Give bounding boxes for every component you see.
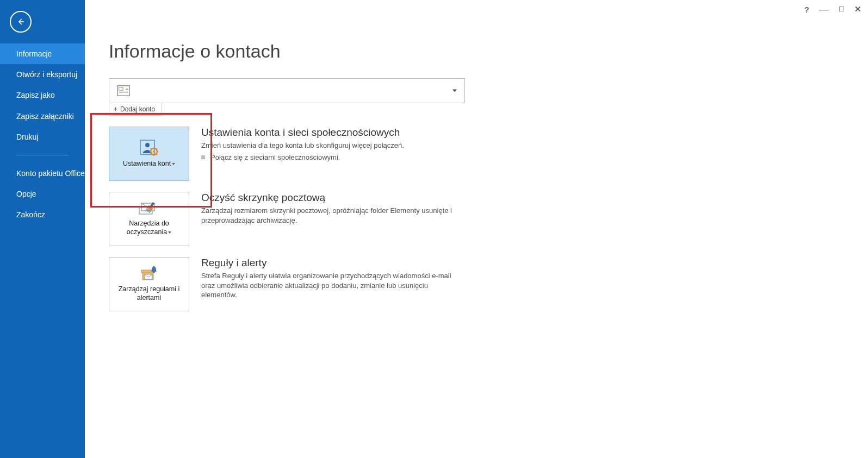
chevron-down-icon (168, 231, 171, 234)
rules-alerts-button[interactable]: Zarządzaj regułami i alertami (109, 257, 189, 311)
sidebar-item-zapisz-zalaczniki[interactable]: Zapisz załączniki (0, 106, 85, 127)
account-card-icon (117, 85, 130, 97)
sidebar-item-label: Opcje (16, 190, 36, 198)
section-heading: Reguły i alerty (201, 257, 462, 269)
close-button[interactable]: ✕ (854, 4, 861, 14)
maximize-button[interactable]: ☐ (839, 5, 845, 13)
svg-point-28 (153, 272, 155, 273)
bullet-text: Połącz się z sieciami społecznościowymi. (210, 153, 340, 161)
svg-rect-0 (19, 21, 24, 22)
sidebar-item-label: Konto pakietu Office (16, 169, 85, 178)
sidebar-item-zakoncz[interactable]: Zakończ (0, 204, 85, 225)
svg-line-15 (151, 154, 152, 155)
sidebar-item-otworz-eksportuj[interactable]: Otwórz i eksportuj (0, 64, 85, 85)
sidebar-item-label: Zakończ (16, 210, 45, 219)
section-rules-alerts: Zarządzaj regułami i alertami Reguły i a… (109, 257, 761, 311)
svg-point-7 (153, 150, 155, 153)
add-account-label: Dodaj konto (120, 105, 155, 113)
sidebar-item-label: Drukuj (16, 133, 38, 141)
svg-line-14 (156, 148, 157, 149)
plus-icon: + (114, 105, 117, 113)
help-button[interactable]: ? (804, 5, 809, 14)
svg-rect-3 (119, 92, 128, 92)
sidebar-divider (16, 155, 69, 155)
chevron-down-icon (452, 90, 457, 92)
minimize-button[interactable]: — (819, 7, 829, 11)
contact-gear-icon (139, 139, 159, 156)
chevron-down-icon (172, 163, 175, 165)
sidebar-item-drukuj[interactable]: Drukuj (0, 127, 85, 147)
svg-point-5 (145, 143, 150, 147)
add-account-button[interactable]: + Dodaj konto (109, 103, 162, 116)
section-desc: Strefa Reguły i alerty ułatwia organizow… (201, 271, 462, 300)
sidebar-item-konto-office[interactable]: Konto pakietu Office (0, 163, 85, 184)
button-label: Ustawienia kont (123, 160, 175, 168)
cleanup-tools-button[interactable]: Narzędzia do oczyszczania (109, 192, 189, 246)
account-settings-button[interactable]: Ustawienia kont (109, 127, 189, 181)
svg-line-13 (156, 154, 157, 155)
button-label: Zarządzaj regułami i alertami (114, 285, 184, 302)
arrow-left-icon (15, 16, 26, 27)
section-account-settings: Ustawienia kont Ustawienia konta i sieci… (109, 127, 761, 181)
section-desc: Zarządzaj rozmiarem skrzynki pocztowej, … (201, 206, 462, 225)
svg-rect-2 (119, 87, 123, 91)
section-desc: Zmień ustawienia dla tego konta lub skon… (201, 141, 404, 150)
svg-line-12 (151, 148, 152, 149)
rules-bell-icon (139, 266, 159, 282)
section-text: Reguły i alerty Strefa Reguły i alerty u… (201, 257, 462, 300)
content-area: Informacje o kontach + Dodaj konto Ustaw… (109, 41, 761, 311)
sidebar-item-label: Informacje (16, 49, 52, 58)
sidebar-item-informacje[interactable]: Informacje (0, 43, 85, 64)
sidebar-item-opcje[interactable]: Opcje (0, 184, 85, 204)
button-label: Narzędzia do oczyszczania (114, 219, 184, 236)
section-cleanup: Narzędzia do oczyszczania Oczyść skrzynk… (109, 192, 761, 246)
section-heading: Ustawienia konta i sieci społecznościowy… (201, 127, 404, 139)
bullet-item: Połącz się z sieciami społecznościowymi. (201, 153, 404, 161)
section-text: Oczyść skrzynkę pocztową Zarządzaj rozmi… (201, 192, 462, 225)
bullet-icon (201, 155, 205, 159)
sidebar-item-label: Otwórz i eksportuj (16, 70, 77, 79)
backstage-sidebar: Informacje Otwórz i eksportuj Zapisz jak… (0, 0, 85, 458)
sidebar-item-label: Zapisz jako (16, 91, 55, 99)
section-heading: Oczyść skrzynkę pocztową (201, 192, 462, 204)
page-title: Informacje o kontach (109, 41, 761, 62)
account-dropdown[interactable] (109, 78, 465, 103)
sidebar-item-label: Zapisz załączniki (16, 112, 74, 121)
sidebar-item-zapisz-jako[interactable]: Zapisz jako (0, 85, 85, 105)
window-controls: ? — ☐ ✕ (804, 4, 861, 14)
mailbox-cleanup-icon (138, 201, 160, 216)
section-text: Ustawienia konta i sieci społecznościowy… (201, 127, 404, 161)
svg-point-29 (153, 266, 154, 267)
back-button[interactable] (10, 11, 32, 33)
